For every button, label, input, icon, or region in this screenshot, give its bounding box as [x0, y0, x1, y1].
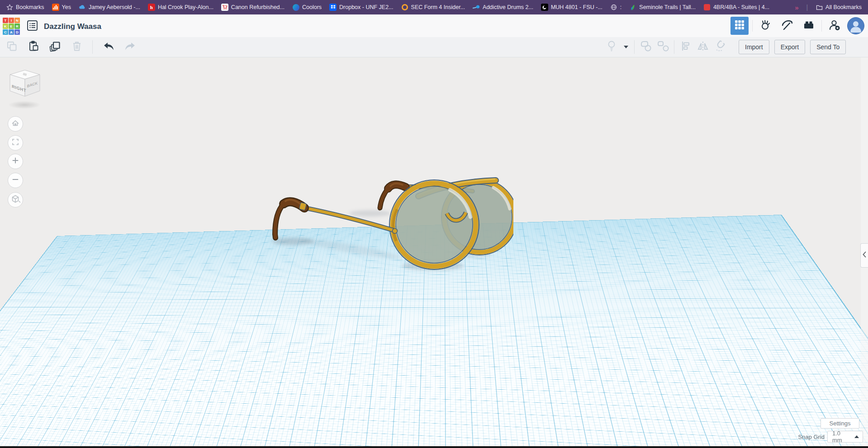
perspective-toggle-button[interactable]: [8, 192, 23, 207]
logo-letter: C: [3, 29, 8, 35]
hand-icon: [759, 19, 772, 33]
bookmark-item-addictive-drums[interactable]: Addictive Drums 2...: [473, 4, 533, 11]
logo-letter: E: [9, 24, 14, 29]
design-title: Dazzling Waasa: [44, 22, 101, 31]
copy-button[interactable]: [5, 41, 18, 53]
redo-icon: [124, 41, 137, 54]
globe-icon: [610, 4, 617, 11]
duplicate-button[interactable]: [49, 41, 61, 53]
bookmark-item-sec-form[interactable]: SEC Form 4 Insider...: [401, 4, 465, 11]
bookmarks-bar: Bookmarks Yes Jamey Aebersold -... h Hal…: [0, 0, 868, 14]
logo-letter: R: [14, 24, 20, 29]
brick-icon: [802, 19, 815, 33]
mirror-button[interactable]: [697, 41, 709, 53]
toolbar-divider: [674, 40, 674, 54]
paste-button[interactable]: [27, 41, 39, 53]
fit-view-icon: [8, 134, 23, 151]
settings-button[interactable]: Settings: [821, 418, 859, 429]
panel-collapse-tab[interactable]: [860, 243, 868, 268]
bricks-mode-button[interactable]: [800, 17, 818, 35]
ungroup-button[interactable]: [657, 41, 669, 53]
align-button[interactable]: [679, 41, 692, 53]
logo-letter: N: [14, 18, 20, 23]
trails-icon: [629, 4, 636, 11]
bookmark-label: Coolors: [302, 4, 322, 10]
bookmark-label: Jamey Aebersold -...: [89, 4, 140, 10]
cart-icon: [221, 4, 228, 11]
bookmark-label: Seminole Trails | Tall...: [639, 4, 696, 10]
dashboard-grid-button[interactable]: [730, 17, 749, 35]
avatar[interactable]: [847, 17, 864, 34]
send-to-button[interactable]: Send To: [810, 40, 846, 54]
zoom-out-button[interactable]: [8, 173, 23, 188]
logo-letter: D: [14, 29, 20, 35]
bookmark-item-yes[interactable]: Yes: [52, 4, 71, 11]
toolbar-right: Import Export Send To: [605, 37, 846, 57]
bookmark-label: 4BR/4BA - Suites | 4...: [713, 4, 769, 10]
cloud-icon: [79, 4, 86, 11]
all-bookmarks-label: All Bookmarks: [825, 4, 862, 10]
bookmark-item-muh-fsu[interactable]: MUH 4801 - FSU -...: [541, 4, 602, 11]
light-options-dropdown[interactable]: [622, 41, 629, 53]
workplane-light-button[interactable]: [605, 41, 617, 53]
blocks-mode-button[interactable]: [778, 17, 796, 35]
chevron-up-icon: [854, 435, 859, 438]
logo-letter: K: [3, 24, 8, 29]
bookmark-item-bookmarks[interactable]: Bookmarks: [6, 4, 44, 11]
bookmarks-separator: |: [806, 4, 808, 11]
import-button[interactable]: Import: [739, 40, 769, 54]
redo-button[interactable]: [124, 41, 136, 53]
bookmark-item-hal-crook[interactable]: h Hal Crook Play-Alon...: [148, 4, 213, 11]
all-bookmarks-button[interactable]: All Bookmarks: [816, 4, 862, 11]
fit-view-button[interactable]: [8, 135, 23, 151]
bookmark-item-4br4ba[interactable]: 4BR/4BA - Suites | 4...: [703, 4, 769, 11]
tinkercad-logo[interactable]: T I N K E R C A D: [3, 18, 20, 35]
invite-collaborator-button[interactable]: [825, 17, 844, 35]
comet-icon: [473, 4, 480, 11]
bookmark-label: MUH 4801 - FSU -...: [551, 4, 602, 10]
snap-magnet-button[interactable]: [714, 41, 726, 53]
bookmark-item-canon[interactable]: Canon Refurbished...: [221, 4, 285, 11]
view-cube-shadow: [8, 101, 41, 109]
bookmark-label: Dropbox - UNF JE2...: [339, 4, 393, 10]
logo-letter: A: [9, 29, 14, 35]
bottom-edge-strip: [0, 446, 868, 448]
sim-lab-button[interactable]: [756, 17, 774, 35]
bookmark-label: Bookmarks: [16, 4, 44, 10]
header-divider: [752, 20, 753, 32]
star-icon: [6, 4, 13, 11]
snap-grid-value: 1.0 mm: [832, 430, 851, 443]
bookmark-label: Canon Refurbished...: [231, 4, 285, 10]
magnet-icon: [714, 40, 726, 54]
zoom-in-button[interactable]: [8, 154, 23, 169]
delete-button[interactable]: [71, 41, 83, 53]
bookmark-item-colon[interactable]: :: [610, 4, 621, 11]
lightbulb-icon: [606, 40, 617, 54]
group-button[interactable]: [640, 41, 652, 53]
header-actions: [730, 14, 864, 37]
bookmark-item-seminole-trails[interactable]: Seminole Trails | Tall...: [629, 4, 696, 11]
swirl-icon: [541, 4, 548, 11]
minus-icon: [8, 172, 23, 189]
bookmark-label: Yes: [62, 4, 71, 10]
grid-icon: [734, 19, 745, 32]
export-button[interactable]: Export: [774, 40, 805, 54]
bookmark-item-coolors[interactable]: Coolors: [292, 4, 322, 11]
header-divider: [821, 20, 822, 32]
glasses-3d-model[interactable]: [260, 173, 513, 308]
home-view-button[interactable]: [8, 116, 23, 132]
coolors-icon: [292, 4, 299, 11]
design-properties-icon[interactable]: [27, 20, 38, 31]
copy-icon: [6, 40, 18, 54]
plus-icon: [8, 153, 23, 170]
toolbar: Import Export Send To: [0, 37, 868, 57]
undo-button[interactable]: [102, 41, 114, 53]
duplicate-icon: [49, 40, 61, 54]
snap-grid-dropdown[interactable]: 1.0 mm: [827, 431, 863, 443]
bookmark-item-dropbox[interactable]: Dropbox - UNF JE2...: [329, 4, 393, 11]
viewport-3d-canvas[interactable]: RIGHT BACK Settings Snap Grid: [0, 57, 868, 446]
bookmarks-overflow-chevron[interactable]: »: [795, 4, 798, 11]
bookmark-item-jamey[interactable]: Jamey Aebersold -...: [79, 4, 140, 11]
undo-icon: [102, 41, 115, 54]
bookmark-label: Hal Crook Play-Alon...: [158, 4, 213, 10]
